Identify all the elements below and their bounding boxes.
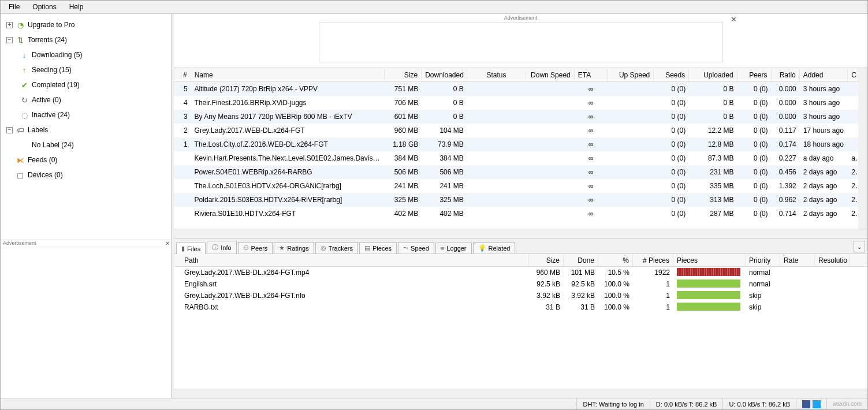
download-icon: ↓ — [20, 51, 28, 59]
col-eta[interactable]: ETA — [575, 69, 608, 81]
torrent-row[interactable]: 4Their.Finest.2016.BRRip.XViD-juggs706 M… — [174, 96, 858, 110]
torrent-row[interactable]: Riviera.S01E10.HDTV.x264-FGT402 MB402 MB… — [174, 207, 858, 221]
facebook-icon[interactable] — [802, 400, 810, 408]
status-download: D: 0.0 kB/s T: 86.2 kB — [650, 398, 723, 409]
fcol-resolution[interactable]: Resolutio — [815, 255, 850, 266]
torrent-list: # Name Size Downloaded Status Down Speed… — [174, 68, 867, 238]
torrent-row[interactable]: 2Grey.Lady.2017.WEB-DL.x264-FGT960 MB104… — [174, 124, 858, 137]
tab-peers[interactable]: ⚇Peers — [238, 242, 273, 254]
status-social — [796, 398, 826, 409]
torrent-row[interactable]: Kevin.Hart.Presents.The.Next.Level.S01E0… — [174, 151, 858, 165]
sidebar-completed[interactable]: ✔ Completed (19) — [1, 77, 171, 92]
list-icon: ≡ — [441, 245, 444, 252]
status-bar: DHT: Waiting to log in D: 0.0 kB/s T: 86… — [1, 398, 867, 409]
file-row[interactable]: Grey.Lady.2017.WEB-DL.x264-FGT.nfo3.92 k… — [174, 290, 867, 301]
sidebar-label: Feeds (0) — [28, 156, 57, 164]
sidebar-label: No Label (24) — [32, 141, 74, 149]
torrent-row[interactable]: Poldark.2015.S03E03.HDTV.x264-RiVER[rarb… — [174, 193, 858, 207]
sidebar-feeds[interactable]: ⧔ Feeds (0) — [1, 152, 171, 167]
col-name[interactable]: Name — [191, 69, 385, 81]
col-upspeed[interactable]: Up Speed — [608, 69, 654, 81]
sidebar-upgrade[interactable]: + ◔ Upgrade to Pro — [1, 17, 171, 32]
vertical-scrollbar[interactable] — [858, 68, 867, 229]
menu-help[interactable]: Help — [66, 2, 87, 12]
collapse-icon[interactable]: − — [6, 37, 13, 43]
horizontal-scrollbar[interactable] — [174, 389, 867, 398]
sidebar-devices[interactable]: ▢ Devices (0) — [1, 167, 171, 182]
col-downloaded[interactable]: Downloaded — [422, 69, 467, 81]
col-added[interactable]: Added — [800, 69, 848, 81]
col-uploaded[interactable]: Uploaded — [689, 69, 737, 81]
tab-label: Files — [187, 245, 200, 252]
sidebar-active[interactable]: ↻ Active (0) — [1, 92, 171, 107]
col-downspeed[interactable]: Down Speed — [526, 69, 574, 81]
upload-icon: ↑ — [20, 66, 28, 74]
rss-icon: ⧔ — [16, 156, 24, 164]
col-seeds[interactable]: Seeds — [654, 69, 689, 81]
speed-icon: ⤳ — [403, 244, 408, 252]
fcol-priority[interactable]: Priority — [746, 255, 780, 266]
sidebar-inactive[interactable]: ◌ Inactive (24) — [1, 107, 171, 122]
col-size[interactable]: Size — [385, 69, 422, 81]
close-ad-icon[interactable]: ✕ — [731, 15, 737, 24]
fcol-done[interactable]: Done — [564, 255, 598, 266]
fcol-npieces[interactable]: # Pieces — [633, 255, 673, 266]
file-row[interactable]: English.srt92.5 kB92.5 kB100.0 %1normal — [174, 278, 867, 290]
target-icon: ◎ — [321, 244, 326, 252]
tabs-overflow-button[interactable]: ⌄ — [854, 241, 865, 252]
col-c[interactable]: C — [848, 69, 858, 81]
torrent-row[interactable]: 3By Any Means 2017 720p WEBRip 600 MB - … — [174, 110, 858, 124]
tab-label: Peers — [251, 245, 268, 252]
sidebar-label: Active (0) — [32, 96, 61, 104]
tab-label: Logger — [446, 245, 466, 252]
sidebar-torrents[interactable]: − ⇅ Torrents (24) — [1, 32, 171, 47]
menu-options[interactable]: Options — [29, 2, 59, 12]
sidebar-label: Torrents (24) — [28, 36, 67, 44]
file-row[interactable]: RARBG.txt31 B31 B100.0 %1skip — [174, 301, 867, 313]
expand-icon[interactable]: + — [6, 22, 13, 28]
fcol-pieces[interactable]: Pieces — [673, 255, 746, 266]
menu-file[interactable]: File — [5, 2, 23, 12]
tab-pieces[interactable]: ▤Pieces — [359, 242, 397, 254]
watermark: wsxdn.com — [826, 398, 867, 409]
sidebar-labels[interactable]: − 🏷 Labels — [1, 122, 171, 137]
tab-speed[interactable]: ⤳Speed — [398, 242, 434, 254]
tab-trackers[interactable]: ◎Trackers — [315, 242, 358, 254]
sidebar-label: Labels — [28, 126, 48, 134]
horizontal-scrollbar[interactable] — [174, 229, 867, 238]
inactive-icon: ◌ — [20, 111, 28, 119]
col-num[interactable]: # — [174, 69, 191, 81]
ad-left-area — [1, 248, 171, 398]
tab-files[interactable]: ▮Files — [176, 243, 206, 254]
tab-label: Related — [489, 245, 511, 252]
utorrent-icon: ◔ — [16, 21, 24, 29]
sidebar-downloading[interactable]: ↓ Downloading (5) — [1, 47, 171, 62]
tab-info[interactable]: ⓘInfo — [207, 241, 236, 254]
detail-tabs: ▮Files ⓘInfo ⚇Peers ★Ratings ◎Trackers ▤… — [174, 238, 867, 254]
sidebar-seeding[interactable]: ↑ Seeding (15) — [1, 62, 171, 77]
twitter-icon[interactable] — [813, 400, 821, 408]
sidebar-nolabel[interactable]: No Label (24) — [1, 137, 171, 152]
torrent-header-row: # Name Size Downloaded Status Down Speed… — [174, 68, 858, 82]
col-status[interactable]: Status — [467, 71, 527, 79]
file-row[interactable]: Grey.Lady.2017.WEB-DL.x264-FGT.mp4960 MB… — [174, 267, 867, 278]
tab-ratings[interactable]: ★Ratings — [274, 242, 314, 254]
tab-related[interactable]: 💡Related — [473, 242, 516, 254]
torrent-row[interactable]: 5Altitude (2017) 720p BrRip x264 - VPPV7… — [174, 82, 858, 96]
collapse-icon[interactable]: − — [6, 127, 13, 133]
fcol-path[interactable]: Path — [174, 255, 529, 266]
torrent-row[interactable]: The.Loch.S01E03.HDTV.x264-ORGANiC[rarbg]… — [174, 179, 858, 193]
sidebar-panel: + ◔ Upgrade to Pro − ⇅ Torrents (24) ↓ D… — [1, 14, 172, 398]
fcol-pct[interactable]: % — [598, 255, 633, 266]
tab-logger[interactable]: ≡Logger — [435, 243, 472, 254]
transfer-icon: ⇅ — [16, 36, 24, 44]
col-ratio[interactable]: Ratio — [772, 69, 800, 81]
fcol-size[interactable]: Size — [529, 255, 564, 266]
torrent-row[interactable]: Power.S04E01.WEBRip.x264-RARBG506 MB506 … — [174, 165, 858, 179]
tab-label: Info — [221, 244, 231, 251]
col-peers[interactable]: Peers — [737, 69, 772, 81]
torrent-row[interactable]: 1The.Lost.City.of.Z.2016.WEB-DL.x264-FGT… — [174, 137, 858, 151]
fcol-rate[interactable]: Rate — [780, 255, 815, 266]
close-ad-icon[interactable]: ✕ — [165, 240, 170, 247]
bulb-icon: 💡 — [478, 244, 486, 252]
